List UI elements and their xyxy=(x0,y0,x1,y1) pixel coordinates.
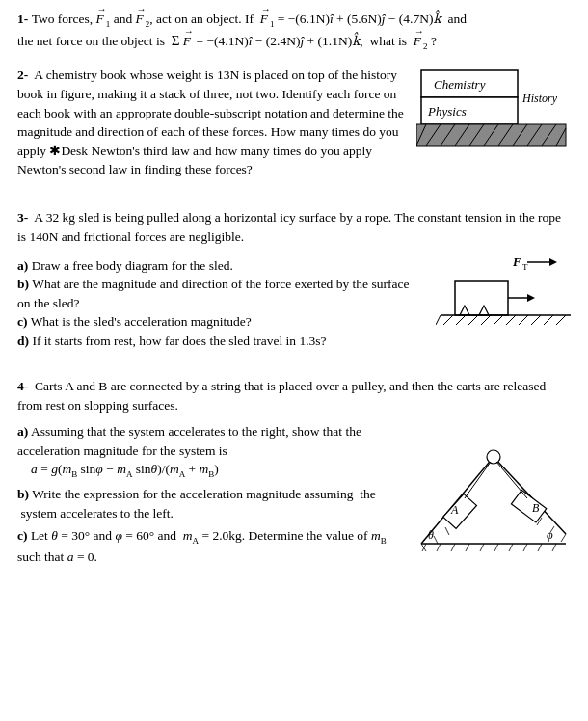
svg-line-61 xyxy=(538,544,542,551)
problem-2-text: 2- A chemistry book whose weight is 13N … xyxy=(17,66,407,191)
problem-4-inner: a) Assuming that the system accelerates … xyxy=(17,418,571,578)
svg-line-43 xyxy=(465,462,491,498)
svg-line-58 xyxy=(494,544,498,551)
svg-line-57 xyxy=(480,544,484,551)
svg-text:A: A xyxy=(450,503,459,517)
svg-line-55 xyxy=(451,544,455,551)
svg-text:T: T xyxy=(522,262,528,272)
formula-a: a = g(mB sinφ − mA sinθ)/(mA + mB) xyxy=(17,462,219,476)
problem-4: 4- Carts A and B are connected by a stri… xyxy=(17,377,571,578)
problem-4-part-b: b) Write the expression for the accelera… xyxy=(17,485,407,522)
svg-line-31 xyxy=(519,315,528,325)
svg-line-32 xyxy=(531,315,541,325)
svg-line-59 xyxy=(509,544,513,551)
svg-line-49 xyxy=(445,527,449,535)
pulley-figure: A B θ φ xyxy=(416,418,571,578)
problem-2-description: A chemistry book whose weight is 13N is … xyxy=(17,67,404,176)
svg-text:θ: θ xyxy=(428,528,434,542)
problem-4-number: 4- xyxy=(17,379,28,393)
svg-line-56 xyxy=(466,544,469,551)
problem-3-number: 3- xyxy=(17,210,28,225)
svg-line-30 xyxy=(506,315,516,325)
svg-line-44 xyxy=(496,462,527,498)
problem-1-number: 1- xyxy=(17,10,28,29)
sled-part-c: c) What is the sled's acceleration magni… xyxy=(17,312,416,332)
problem-1-line2-text: the net force on the object is Σ →F = −(… xyxy=(17,31,437,53)
problem-1-line2: the net force on the object is Σ →F = −(… xyxy=(17,31,571,53)
book-diagram: Chemistry History Physics xyxy=(416,66,571,191)
svg-line-24 xyxy=(436,315,441,325)
svg-rect-40 xyxy=(511,491,546,523)
problem-2: 2- A chemistry book whose weight is 13N … xyxy=(17,66,571,191)
svg-line-60 xyxy=(523,544,527,551)
chemistry-label: Chemistry xyxy=(434,77,486,92)
problem-3-header: 3- A 32 kg sled is being pulled along a … xyxy=(17,208,571,246)
sled-parts-text: a) Draw a free body diagram for the sled… xyxy=(17,253,416,364)
pulley-svg: A B θ φ xyxy=(416,418,571,573)
problem-4-text: Carts A and B are connected by a string … xyxy=(17,379,546,413)
problem-2-number: 2- xyxy=(17,67,28,82)
sled-svg: F T xyxy=(436,253,571,359)
book-stack-svg: Chemistry History Physics xyxy=(416,66,571,191)
sled-diagram-area: a) Draw a free body diagram for the sled… xyxy=(17,253,571,364)
history-label: History xyxy=(521,92,558,105)
problem-1-text: Two forces, →F1 and →F2, act on an objec… xyxy=(32,10,467,31)
problem-3: 3- A 32 kg sled is being pulled along a … xyxy=(17,208,571,363)
problem-4-parts: a) Assuming that the system accelerates … xyxy=(17,418,407,578)
svg-marker-17 xyxy=(549,258,557,266)
svg-line-27 xyxy=(468,315,478,325)
svg-line-26 xyxy=(456,315,466,325)
svg-line-25 xyxy=(443,315,453,325)
problem-1: 1- Two forces, →F1 and →F2, act on an ob… xyxy=(17,10,571,52)
apply-word: apply xyxy=(17,144,46,158)
svg-text:F: F xyxy=(512,254,521,269)
problem-4-part-c: c) Let θ = 30° and φ = 60° and mA = 2.0k… xyxy=(17,526,407,566)
svg-line-48 xyxy=(434,536,438,544)
svg-text:φ: φ xyxy=(547,528,553,542)
svg-line-29 xyxy=(494,315,503,325)
sled-part-d: d) If it starts from rest, how far does … xyxy=(17,332,416,351)
svg-text:B: B xyxy=(532,501,540,515)
sled-part-b: b) What are the magnitude and direction … xyxy=(17,275,416,312)
svg-marker-20 xyxy=(527,294,535,302)
problem-3-text: A 32 kg sled is being pulled along a hor… xyxy=(17,210,561,244)
svg-line-34 xyxy=(556,315,566,325)
physics-label: Physics xyxy=(427,104,467,119)
problem-2-content: 2- A chemistry book whose weight is 13N … xyxy=(17,66,571,191)
svg-line-62 xyxy=(552,544,556,551)
sled-part-a: a) Draw a free body diagram for the sled… xyxy=(17,256,416,276)
svg-rect-38 xyxy=(443,494,477,529)
svg-line-54 xyxy=(437,544,441,551)
svg-line-33 xyxy=(544,315,553,325)
problem-4-part-a: a) Assuming that the system accelerates … xyxy=(17,422,407,481)
svg-point-42 xyxy=(487,450,500,464)
svg-line-50 xyxy=(561,534,566,542)
svg-line-28 xyxy=(481,315,491,325)
problem-4-header: 4- Carts A and B are connected by a stri… xyxy=(17,377,571,414)
problem-1-line1: 1- Two forces, →F1 and →F2, act on an ob… xyxy=(17,10,571,31)
sled-figure: F T xyxy=(436,253,571,364)
